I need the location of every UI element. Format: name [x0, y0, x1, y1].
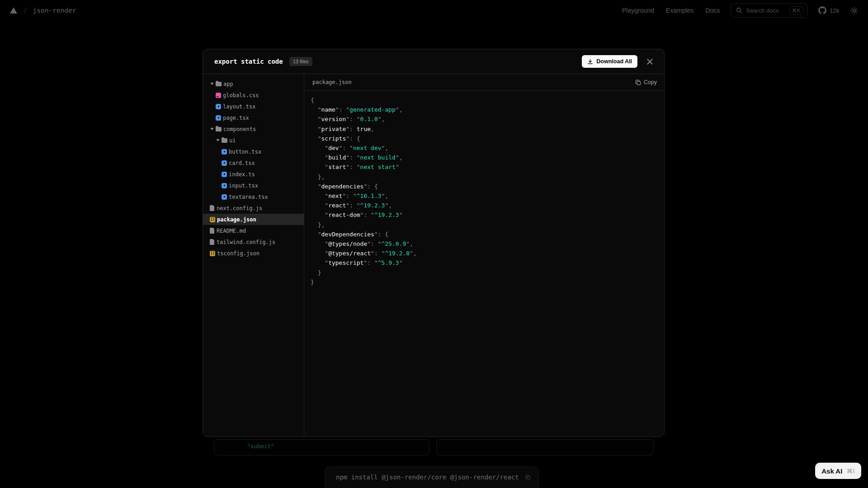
code-line: "devDependencies": { [311, 230, 658, 239]
file-icon [210, 205, 215, 211]
ask-ai-button[interactable]: Ask AI ⌘I [815, 463, 861, 479]
file-icon [210, 228, 215, 234]
code-line: { [311, 95, 658, 105]
code-line: "name": "generated-app", [311, 105, 658, 114]
tree-item-label: page.tsx [223, 115, 249, 121]
code-line: "dev": "next dev", [311, 143, 658, 153]
tree-item-tsconfig-json[interactable]: {}tsconfig.json [203, 248, 304, 259]
export-static-code-dialog: export static code 13 files Download All… [203, 49, 665, 437]
chevron-down-icon [216, 139, 220, 141]
tree-item-label: package.json [217, 216, 256, 223]
tree-item-label: layout.tsx [223, 103, 255, 110]
folder-icon [216, 127, 222, 131]
ask-ai-label: Ask AI [821, 467, 842, 475]
tree-item-label: index.ts [229, 171, 255, 178]
file-icon [210, 239, 215, 245]
code-content-scrollarea[interactable]: { "name": "generated-app", "version": "0… [304, 91, 664, 436]
tree-item-label: textarea.tsx [229, 194, 268, 200]
folder-icon [216, 82, 222, 86]
folder-icon [222, 138, 227, 143]
code-line: }, [311, 172, 658, 182]
code-line: } [311, 268, 658, 277]
tree-item-globals-css[interactable]: globals.css [203, 89, 304, 101]
dialog-title: export static code [214, 58, 283, 65]
close-dialog-button[interactable] [645, 56, 655, 67]
tree-item-input-tsx[interactable]: input.tsx [203, 180, 304, 191]
tree-item-label: app [223, 81, 233, 87]
download-icon [587, 59, 593, 65]
code-line: "dependencies": { [311, 182, 658, 191]
copy-code-button[interactable]: Copy [635, 79, 657, 85]
code-line: } [311, 277, 658, 287]
tsx-file-icon [222, 183, 227, 188]
tree-item-button-tsx[interactable]: button.tsx [203, 146, 304, 157]
tree-item-readme-md[interactable]: README.md [203, 225, 304, 236]
code-line: "typescript": "^5.9.3" [311, 258, 658, 267]
tsx-file-icon [216, 104, 221, 109]
tree-item-tailwind-config-js[interactable]: tailwind.config.js [203, 236, 304, 248]
file-tree-sidebar: appglobals.csslayout.tsxpage.tsxcomponen… [203, 74, 304, 436]
tree-item-label: README.md [217, 228, 246, 234]
code-line: }, [311, 220, 658, 230]
code-content: { "name": "generated-app", "version": "0… [311, 95, 658, 287]
code-viewer-header: package.json Copy [304, 74, 664, 91]
tree-item-label: tsconfig.json [217, 250, 259, 257]
tree-item-card-tsx[interactable]: card.tsx [203, 157, 304, 169]
dialog-header: export static code 13 files Download All [203, 49, 664, 74]
files-count-badge: 13 files [289, 57, 312, 66]
tree-item-label: next.config.js [217, 205, 262, 211]
tree-item-label: components [223, 126, 256, 132]
download-all-label: Download All [596, 58, 632, 65]
copy-icon [635, 80, 641, 85]
chevron-down-icon [210, 83, 214, 85]
code-line: "private": true, [311, 124, 658, 134]
tree-item-layout-tsx[interactable]: layout.tsx [203, 101, 304, 112]
tree-item-label: button.tsx [229, 149, 261, 155]
code-line: "version": "0.1.0", [311, 114, 658, 124]
tree-item-index-ts[interactable]: index.ts [203, 169, 304, 180]
open-filename: package.json [312, 79, 352, 85]
code-line: "@types/node": "^25.0.9", [311, 239, 658, 249]
tsx-file-icon [222, 194, 227, 200]
tree-item-next-config-js[interactable]: next.config.js [203, 202, 304, 214]
code-line: "next": "^16.1.3", [311, 191, 658, 201]
code-line: "build": "next build", [311, 153, 658, 162]
tree-item-textarea-tsx[interactable]: textarea.tsx [203, 191, 304, 202]
download-all-button[interactable]: Download All [582, 55, 637, 68]
tsx-file-icon [216, 115, 221, 121]
code-line: "@types/react": "^19.2.8", [311, 249, 658, 258]
ask-ai-shortcut: ⌘I [846, 468, 855, 474]
code-line: "scripts": { [311, 134, 658, 143]
tree-item-page-tsx[interactable]: page.tsx [203, 112, 304, 123]
tree-item-app[interactable]: app [203, 78, 304, 89]
tsx-file-icon [222, 149, 227, 155]
copy-label: Copy [644, 79, 657, 85]
tree-item-label: globals.css [223, 92, 259, 99]
chevron-down-icon [210, 128, 214, 130]
code-line: "react": "^19.2.3", [311, 201, 658, 210]
close-icon [646, 58, 653, 65]
code-line: "react-dom": "^19.2.3" [311, 210, 658, 220]
json-file-icon: {} [210, 251, 215, 256]
tree-item-components[interactable]: components [203, 123, 304, 135]
tree-item-label: input.tsx [229, 183, 258, 189]
css-file-icon [216, 93, 221, 98]
tree-item-package-json[interactable]: {}package.json [203, 214, 304, 225]
tree-item-ui[interactable]: ui [203, 135, 304, 146]
tsx-file-icon [222, 172, 227, 177]
tree-item-label: card.tsx [229, 160, 255, 166]
tree-item-label: tailwind.config.js [217, 239, 275, 245]
tree-item-label: ui [229, 137, 236, 144]
json-file-icon: {} [210, 217, 215, 222]
code-line: "start": "next start" [311, 162, 658, 172]
tsx-file-icon [222, 160, 227, 166]
code-viewer: package.json Copy { "name": "generated-a… [304, 74, 664, 436]
